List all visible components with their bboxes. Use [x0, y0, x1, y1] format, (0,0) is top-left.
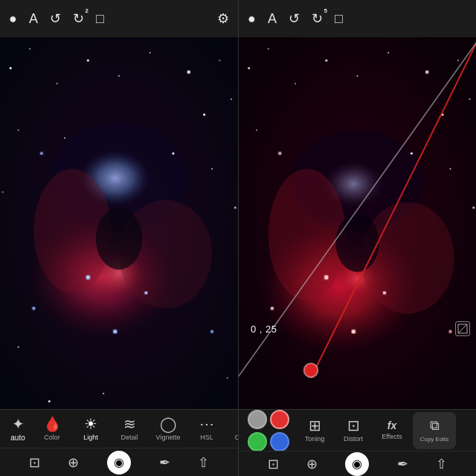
svg-point-16 [231, 98, 232, 100]
auto-icon: ✦ [12, 416, 25, 431]
right-brush-action[interactable]: ✒ [397, 456, 408, 472]
red-swatch[interactable] [270, 410, 289, 429]
right-frame-icon[interactable]: □ [335, 11, 343, 27]
green-swatch[interactable] [248, 432, 267, 451]
svg-point-47 [387, 52, 389, 54]
left-toolbar-bottom: ✦ auto 🩸 Color ☀ Light ≋ Detail ◯ Vignet… [0, 409, 238, 476]
svg-point-8 [10, 67, 12, 69]
bottom-swatches [248, 432, 289, 451]
healing-action[interactable]: ⊕ [68, 454, 79, 471]
svg-point-33 [113, 329, 117, 333]
svg-point-15 [219, 60, 220, 61]
color-swatch-group [242, 407, 295, 454]
svg-point-59 [324, 275, 328, 279]
svg-point-32 [144, 292, 147, 295]
right-share-action[interactable]: ⇧ [436, 456, 447, 472]
crop-action[interactable]: ⊡ [29, 454, 40, 471]
mode-icon[interactable]: ● [9, 11, 17, 27]
right-redo-icon[interactable]: ↻ 5 [312, 10, 323, 27]
distort-label: Distort [344, 435, 363, 443]
right-actions-row: ⊡ ⊕ ◉ ✒ ⇧ [239, 451, 476, 476]
redo-icon[interactable]: ↻ 2 [73, 10, 84, 27]
corner-indicator [455, 321, 470, 336]
color-label: Color [44, 434, 60, 441]
brush-action[interactable]: ✒ [159, 454, 170, 471]
copy-edits-button[interactable]: ⧉ Copy Edits [413, 412, 456, 449]
svg-point-23 [2, 191, 4, 193]
svg-point-58 [448, 330, 451, 333]
svg-point-31 [86, 275, 90, 279]
svg-point-60 [383, 292, 386, 295]
right-undo-icon[interactable]: ↺ [289, 10, 300, 27]
svg-point-28 [227, 377, 228, 379]
vignette-icon: ◯ [160, 416, 176, 431]
tool-curves[interactable]: ↗ Curves [226, 411, 238, 448]
auto-label: auto [10, 434, 25, 442]
svg-point-24 [234, 207, 237, 209]
svg-point-45 [325, 60, 327, 62]
tool-auto[interactable]: ✦ auto [3, 411, 33, 448]
svg-point-53 [278, 152, 281, 155]
light-icon: ☀ [84, 416, 97, 431]
svg-point-13 [149, 52, 151, 54]
svg-point-49 [457, 60, 459, 61]
tool-detail[interactable]: ≋ Detail [110, 411, 149, 448]
undo-icon[interactable]: ↺ [50, 10, 61, 27]
detail-icon: ≋ [123, 416, 136, 431]
right-healing-action[interactable]: ⊕ [306, 456, 318, 472]
frame-icon[interactable]: □ [96, 11, 104, 27]
tool-light[interactable]: ☀ Light [71, 411, 110, 448]
svg-point-44 [295, 83, 296, 84]
detail-label: Detail [120, 434, 138, 441]
left-nebula-image [0, 37, 238, 409]
right-text-icon[interactable]: A [268, 11, 277, 27]
share-action[interactable]: ⇧ [198, 454, 209, 471]
svg-point-41 [335, 213, 379, 271]
svg-point-12 [118, 75, 120, 77]
hsl-icon: ⋯ [199, 416, 214, 431]
mask-action[interactable]: ◉ [107, 451, 131, 475]
right-toolbar-bottom: ⊞ Toning ⊡ Distort fx Effects ⧉ Copy Edi… [239, 409, 476, 476]
vignette-label: Vignette [156, 434, 181, 441]
svg-point-9 [29, 48, 30, 50]
svg-point-64 [304, 364, 318, 378]
right-crop-action[interactable]: ⊡ [268, 456, 279, 472]
svg-point-17 [203, 114, 205, 116]
svg-point-56 [472, 207, 475, 209]
tool-effects[interactable]: fx Effects [373, 412, 411, 449]
left-actions-row: ⊡ ⊕ ◉ ✒ ⇧ [0, 448, 238, 476]
svg-point-7 [96, 208, 143, 269]
text-icon[interactable]: A [29, 11, 38, 27]
effects-label: Effects [382, 433, 402, 440]
svg-point-42 [248, 67, 250, 69]
tool-distort[interactable]: ⊡ Distort [334, 412, 373, 449]
tool-vignette[interactable]: ◯ Vignette [149, 411, 187, 448]
tool-hsl[interactable]: ⋯ HSL [187, 411, 226, 448]
right-mask-action[interactable]: ◉ [345, 452, 369, 476]
svg-point-48 [425, 71, 428, 74]
svg-point-57 [271, 307, 274, 310]
left-toolbar-top: ● A ↺ ↻ 2 □ ⚙ [0, 0, 238, 37]
blue-swatch[interactable] [270, 432, 289, 451]
settings-icon[interactable]: ⚙ [217, 10, 229, 27]
right-mode-icon[interactable]: ● [248, 11, 256, 27]
top-swatches [248, 410, 289, 429]
svg-point-18 [18, 129, 19, 131]
left-toolbar-icons: ● A ↺ ↻ 2 □ [9, 10, 104, 27]
svg-point-43 [268, 48, 269, 50]
svg-point-11 [87, 60, 89, 62]
svg-point-29 [103, 393, 104, 394]
tool-color[interactable]: 🩸 Color [33, 411, 71, 448]
svg-point-54 [411, 152, 413, 155]
svg-point-52 [256, 129, 257, 131]
light-label: Light [83, 434, 98, 441]
tool-toning-right[interactable]: ⊞ Toning [295, 412, 334, 449]
svg-point-10 [57, 83, 58, 84]
svg-point-19 [40, 152, 43, 155]
effects-icon: fx [387, 420, 396, 431]
gray-swatch[interactable] [248, 410, 267, 429]
svg-point-61 [352, 329, 356, 333]
right-tools-row: ⊞ Toning ⊡ Distort fx Effects ⧉ Copy Edi… [239, 410, 476, 451]
toning-right-icon: ⊞ [309, 418, 321, 433]
curve-coordinates: 0 , 25 [251, 324, 277, 335]
